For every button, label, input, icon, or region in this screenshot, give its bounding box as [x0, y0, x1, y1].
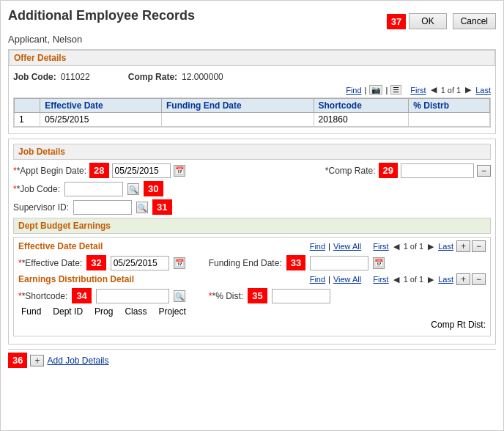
appt-begin-date-input[interactable] [112, 163, 171, 178]
offer-find-link[interactable]: Find [346, 86, 361, 95]
job-details-row1: **Appt Begin Date: 28 📅 *Comp Rate: 29 − [13, 163, 491, 178]
eff-page-info: 1 of 1 [404, 242, 424, 251]
ok-cancel-group: 37 OK Cancel [387, 13, 496, 29]
earn-plus-btn[interactable]: + [456, 273, 470, 285]
badge-32: 32 [86, 255, 105, 270]
add-job-link[interactable]: Add Job Details [47, 356, 108, 366]
offer-prev-btn[interactable]: ◀ [429, 85, 438, 95]
badge-33: 33 [286, 255, 305, 270]
offer-row-funding-end [162, 113, 314, 127]
earn-last[interactable]: Last [438, 275, 453, 284]
eff-last[interactable]: Last [438, 242, 453, 251]
badge-35: 35 [248, 288, 267, 303]
funding-end-date-input[interactable] [310, 256, 368, 270]
comp-rate-input[interactable] [401, 163, 474, 178]
earnings-dist-container: Earnings Distribution Detail Find | View… [18, 273, 486, 330]
comp-rate-label2: *Comp Rate: [325, 166, 376, 176]
earn-first[interactable]: First [373, 275, 388, 284]
cancel-button[interactable]: Cancel [453, 13, 496, 29]
badge-34: 34 [72, 288, 91, 303]
offer-page-info: 1 of 1 [441, 86, 462, 95]
shortcode-search-icon[interactable]: 🔍 [174, 290, 185, 302]
eff-date-label: **Effective Date: [18, 258, 82, 268]
appt-begin-date-label: **Appt Begin Date: [13, 166, 86, 176]
applicant-name: Applicant, Nelson [8, 34, 496, 45]
offer-col-funding-end-date: Funding End Date [162, 99, 314, 113]
badge-36: 36 [8, 353, 27, 368]
funding-end-cal-icon[interactable]: 📅 [373, 257, 385, 269]
earn-find-link[interactable]: Find [310, 275, 325, 284]
comp-rt-dist-row: Comp Rt Dist: [18, 320, 486, 330]
eff-date-cal-icon[interactable]: 📅 [174, 257, 185, 269]
job-code-input[interactable] [64, 182, 123, 196]
earn-prev-btn[interactable]: ◀ [392, 275, 401, 284]
eff-find-link[interactable]: Find [310, 242, 325, 251]
offer-row-num: 1 [15, 113, 40, 127]
earn-view-all-link[interactable]: View All [333, 275, 361, 284]
eff-add-remove: + − [456, 240, 486, 252]
class-label: Class [125, 306, 147, 317]
job-code-search-icon[interactable]: 🔍 [127, 183, 139, 195]
badge-31: 31 [152, 199, 171, 215]
pct-dist-input[interactable] [272, 289, 330, 303]
offer-row-shortcode: 201860 [314, 113, 409, 127]
badge-28: 28 [89, 163, 108, 178]
eff-minus-btn[interactable]: − [472, 240, 486, 252]
dept-id-label: Dept ID [53, 306, 83, 317]
page-header: Additional Employee Records 37 OK Cancel [8, 8, 496, 29]
fund-row: Fund Dept ID Prog Class Project [18, 306, 486, 317]
offer-details-section: Offer Details Job Code: 011022 Comp Rate… [8, 49, 496, 134]
effective-date-detail: Effective Date Detail Find | View All Fi… [13, 237, 491, 336]
earn-next-btn[interactable]: ▶ [426, 275, 435, 284]
eff-prev-btn[interactable]: ◀ [392, 242, 401, 251]
offer-table-container: Effective Date Funding End Date Shortcod… [13, 97, 491, 128]
earn-add-remove: + − [456, 273, 486, 285]
offer-details-header: Offer Details [9, 50, 495, 66]
job-code-value: 011022 [61, 72, 90, 82]
offer-last[interactable]: Last [475, 86, 491, 95]
prog-label: Prog [94, 306, 113, 317]
offer-find-bar: Find | 📷 | ☰ First ◀ 1 of 1 ▶ Last [13, 85, 491, 95]
dept-budget-header: Dept Budget Earnings [13, 218, 491, 234]
pct-dist-label: **% Dist: [209, 291, 243, 301]
appt-begin-cal-icon[interactable]: 📅 [174, 165, 185, 177]
shortcode-label: **Shortcode: [18, 291, 67, 301]
offer-first[interactable]: First [410, 86, 426, 95]
offer-row-pct-distrb [409, 113, 490, 127]
eff-date-detail-label: Effective Date Detail [18, 241, 103, 251]
eff-next-btn[interactable]: ▶ [426, 242, 435, 251]
funding-end-date-label: Funding End Date: [209, 258, 282, 268]
offer-icon-btn1[interactable]: 📷 [369, 85, 382, 95]
offer-next-btn[interactable]: ▶ [464, 85, 472, 95]
offer-details-row1: Job Code: 011022 Comp Rate: 12.000000 [13, 72, 491, 82]
earn-page-info: 1 of 1 [404, 275, 424, 284]
badge-30: 30 [144, 181, 163, 196]
project-label: Project [158, 306, 185, 317]
eff-first[interactable]: First [373, 242, 388, 251]
offer-row-effective-date: 05/25/2015 [40, 113, 162, 127]
eff-plus-btn[interactable]: + [456, 240, 470, 252]
supervisor-id-input[interactable] [73, 200, 132, 215]
shortcode-row: **Shortcode: 34 🔍 **% Dist: 35 [18, 288, 486, 303]
job-details-section: Job Details **Appt Begin Date: 28 📅 *Com… [8, 139, 496, 345]
offer-col-pct-distrb: % Distrb [409, 99, 490, 113]
earn-find-bar: Find | View All First ◀ 1 of 1 ▶ Last + … [310, 273, 486, 285]
comp-rate-label: Comp Rate: [128, 72, 177, 82]
eff-date-input[interactable] [111, 256, 169, 270]
offer-col-effective-date: Effective Date [40, 99, 162, 113]
comp-rate-minus-btn[interactable]: − [477, 165, 491, 177]
badge-37: 37 [387, 14, 406, 29]
supervisor-search-icon[interactable]: 🔍 [136, 202, 148, 213]
add-job-row: 36 + Add Job Details [8, 349, 496, 371]
shortcode-input[interactable] [96, 289, 169, 303]
offer-col-num [15, 99, 40, 113]
job-details-header: Job Details [13, 144, 491, 160]
earn-minus-btn[interactable]: − [472, 273, 486, 285]
ok-button[interactable]: OK [409, 13, 446, 29]
page-container: Additional Employee Records 37 OK Cancel… [0, 0, 504, 431]
eff-find-bar: Find | View All First ◀ 1 of 1 ▶ Last + … [310, 240, 486, 252]
add-job-plus-btn[interactable]: + [30, 355, 44, 366]
offer-icon-btn2[interactable]: ☰ [390, 85, 401, 95]
eff-view-all-link[interactable]: View All [333, 242, 361, 251]
offer-col-shortcode: Shortcode [314, 99, 409, 113]
